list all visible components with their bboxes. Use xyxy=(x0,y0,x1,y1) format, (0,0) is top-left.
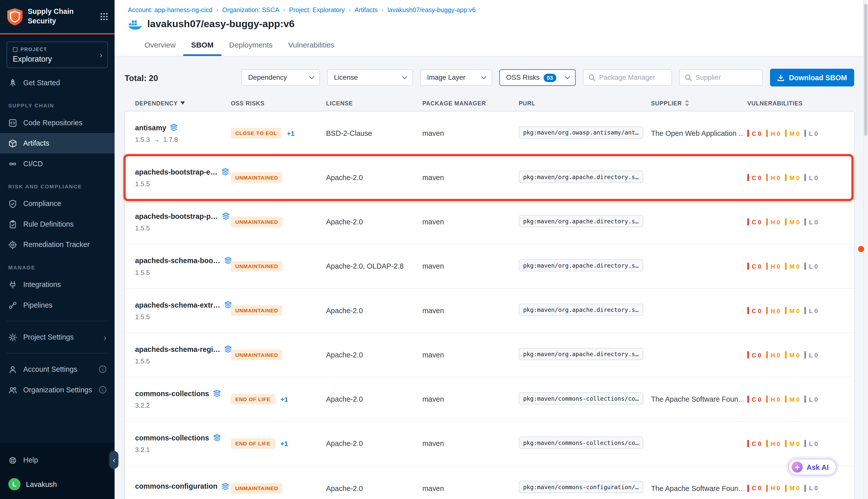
apps-grid-icon[interactable] xyxy=(100,13,108,21)
table-row[interactable]: apacheds-bootstrap-e… 1.5.5 UNMAINTAINED… xyxy=(125,156,854,200)
license-cell: Apache-2.0 xyxy=(326,218,422,226)
artifact-cube-icon xyxy=(8,139,17,148)
column-header-supplier[interactable]: SUPPLIER xyxy=(651,100,747,106)
purl-chip[interactable]: pkg:maven/commons-configuration/… xyxy=(519,481,643,493)
purl-chip[interactable]: pkg:maven/org.apache.directory.s… xyxy=(519,303,643,315)
severity-bar xyxy=(766,351,768,358)
column-header-dependency[interactable]: DEPENDENCY xyxy=(135,100,231,106)
high-count: H0 xyxy=(766,307,780,314)
breadcrumb-link[interactable]: Project: Exploratory xyxy=(279,7,344,13)
sort-descending-icon[interactable] xyxy=(180,101,185,105)
user-profile[interactable]: L Lavakush xyxy=(0,470,115,490)
info-icon[interactable] xyxy=(99,366,106,373)
severity-bar xyxy=(747,130,749,137)
page-header: Account: app-harness-ng-cicd Organizatio… xyxy=(115,0,868,35)
license-filter[interactable]: License xyxy=(327,69,413,86)
project-label: PROJECT xyxy=(13,47,102,52)
code-repository-icon xyxy=(8,118,17,127)
risk-more-link[interactable]: +1 xyxy=(280,395,288,403)
ask-ai-button[interactable]: Ask AI xyxy=(788,459,836,475)
sidebar-item-compliance[interactable]: Compliance xyxy=(0,193,115,214)
rocket-icon xyxy=(8,78,17,87)
purl-cell: pkg:maven/org.apache.directory.s… xyxy=(519,303,651,318)
risk-more-link[interactable]: +1 xyxy=(287,129,294,137)
tab-bar: Overview SBOM Deployments Vulnerabilitie… xyxy=(115,35,868,57)
purl-chip[interactable]: pkg:maven/org.owasp.antisamy/ant… xyxy=(519,126,643,138)
table-row[interactable]: antisamy 1.5.3 → 1.7.8 CLOSE TO EOL +1 B… xyxy=(125,111,854,156)
sidebar-item-artifacts[interactable]: Artifacts xyxy=(0,133,115,154)
filter-group: Dependency License Image Layer xyxy=(241,69,854,86)
image-layer-filter[interactable]: Image Layer xyxy=(420,69,492,86)
supplier-search[interactable] xyxy=(679,69,763,86)
sidebar-item-label: Get Started xyxy=(23,79,60,87)
medium-count: M0 xyxy=(785,130,800,137)
app-window: Supply Chain Security PROJECT Explorator… xyxy=(0,0,868,499)
purl-chip[interactable]: pkg:maven/commons-collections/co… xyxy=(519,436,643,448)
sidebar-item-project-settings[interactable]: Project Settings xyxy=(0,327,115,348)
purl-cell: pkg:maven/commons-collections/co… xyxy=(519,436,651,451)
project-name: Exploratory xyxy=(13,54,102,63)
breadcrumb-link[interactable]: Organization: SSCA xyxy=(212,7,279,13)
scrollbar-thumb[interactable] xyxy=(864,4,868,136)
tab-deployments[interactable]: Deployments xyxy=(222,35,280,56)
tab-vulnerabilities[interactable]: Vulnerabilities xyxy=(280,35,342,56)
dependency-cell: apacheds-schema-boo… 1.5.5 xyxy=(135,256,231,276)
table-row[interactable]: commons-collections 3.2.2 END OF LIFE +1… xyxy=(125,377,854,422)
sidebar-item-integrations[interactable]: Integrations xyxy=(0,274,115,295)
package-manager-cell: maven xyxy=(423,306,519,315)
info-icon[interactable] xyxy=(99,386,106,393)
main-area: Account: app-harness-ng-cicd Organizatio… xyxy=(115,0,868,499)
sparkle-icon xyxy=(792,462,803,473)
breadcrumb-link[interactable]: Artifacts xyxy=(345,7,378,13)
purl-chip[interactable]: pkg:maven/org.apache.directory.s… xyxy=(519,259,643,271)
dependency-name: apacheds-schema-extr… xyxy=(135,301,220,309)
sidebar-item-rule-definitions[interactable]: Rule Definitions xyxy=(0,214,115,234)
table-row[interactable]: apacheds-schema-extr… 1.5.5 UNMAINTAINED… xyxy=(125,289,854,333)
high-count: H0 xyxy=(766,351,780,358)
breadcrumb-link[interactable]: lavakush07/easy-buggy-app:v6 xyxy=(378,7,476,13)
table-row[interactable]: commons-configuration UNMAINTAINED Apach… xyxy=(125,466,854,499)
severity-bar xyxy=(805,440,806,447)
sidebar-item-label: CI/CD xyxy=(23,159,43,168)
sidebar-item-help[interactable]: Help xyxy=(0,450,115,471)
oss-risks-filter[interactable]: OSS Risks 03 xyxy=(500,69,576,86)
supplier-search-input[interactable] xyxy=(695,74,757,82)
sidebar-item-code-repositories[interactable]: Code Repositories xyxy=(0,112,115,133)
sidebar-section-manage: MANAGE xyxy=(0,255,115,274)
project-selector[interactable]: PROJECT Exploratory xyxy=(7,41,108,68)
risk-badge: UNMAINTAINED xyxy=(231,261,283,272)
table-row[interactable]: commons-collections 3.2.1 END OF LIFE +1… xyxy=(125,422,854,466)
severity-bar xyxy=(766,484,768,492)
pipeline-icon xyxy=(8,301,17,309)
severity-bar xyxy=(766,218,768,226)
vulnerability-counts: C0 H0 M0 L0 xyxy=(747,440,854,447)
sidebar-item-get-started[interactable]: Get Started xyxy=(0,73,115,93)
breadcrumb-link[interactable]: Account: app-harness-ng-cicd xyxy=(128,7,213,13)
purl-chip[interactable]: pkg:maven/commons-collections/co… xyxy=(519,392,643,404)
dependency-filter[interactable]: Dependency xyxy=(241,69,320,86)
dependency-name: commons-configuration xyxy=(135,482,217,490)
purl-chip[interactable]: pkg:maven/org.apache.directory.s… xyxy=(519,170,643,182)
sidebar-item-pipelines[interactable]: Pipelines xyxy=(0,295,115,315)
sort-icon[interactable] xyxy=(684,100,689,106)
package-manager-search-input[interactable] xyxy=(599,74,667,82)
sidebar-item-organization-settings[interactable]: Organization Settings xyxy=(0,379,115,400)
tab-overview[interactable]: Overview xyxy=(137,35,184,56)
package-manager-search[interactable] xyxy=(583,69,672,86)
sidebar-item-account-settings[interactable]: Account Settings xyxy=(0,359,115,379)
purl-chip[interactable]: pkg:maven/org.apache.directory.s… xyxy=(519,215,643,227)
risk-more-link[interactable]: +1 xyxy=(280,440,288,448)
medium-count: M0 xyxy=(785,263,800,270)
table-row[interactable]: apacheds-schema-boo… 1.5.5 UNMAINTAINED … xyxy=(125,244,854,289)
table-row[interactable]: apacheds-schema-regi… 1.5.5 UNMAINTAINED… xyxy=(125,333,854,377)
purl-chip[interactable]: pkg:maven/org.apache.directory.s… xyxy=(519,348,643,360)
dependency-name: commons-collections xyxy=(135,434,209,442)
tab-sbom[interactable]: SBOM xyxy=(184,35,222,56)
table-row[interactable]: apacheds-bootstrap-p… 1.5.5 UNMAINTAINED… xyxy=(125,200,854,244)
sidebar-item-remediation-tracker[interactable]: Remediation Tracker xyxy=(0,234,115,255)
sidebar-collapse-handle[interactable] xyxy=(110,451,118,468)
download-sbom-button[interactable]: Download SBOM xyxy=(770,69,854,86)
docker-icon xyxy=(128,19,142,30)
sidebar-item-cicd[interactable]: CI/CD xyxy=(0,154,115,174)
search-icon xyxy=(589,74,596,81)
